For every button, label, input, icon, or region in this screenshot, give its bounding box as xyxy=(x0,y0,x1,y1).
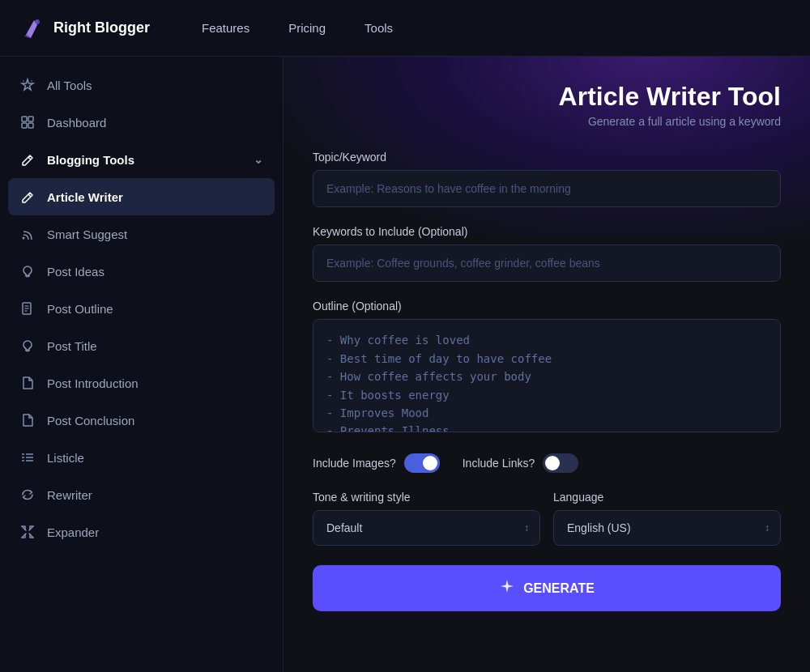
brand-logo-icon xyxy=(19,15,45,41)
generate-sparkle-icon xyxy=(499,578,515,598)
outline-label: Outline (Optional) xyxy=(313,300,781,313)
generate-button[interactable]: GENERATE xyxy=(313,565,781,611)
edit-icon xyxy=(19,151,36,168)
sidebar-item-post-ideas-label: Post Ideas xyxy=(47,265,104,279)
brand-name: Right Blogger xyxy=(53,19,150,36)
sidebar-item-post-introduction-label: Post Introduction xyxy=(47,376,139,390)
generate-label: GENERATE xyxy=(523,581,595,596)
sidebar-item-post-outline[interactable]: Post Outline xyxy=(0,290,283,327)
nav-pricing[interactable]: Pricing xyxy=(285,16,329,40)
svg-rect-6 xyxy=(28,123,33,128)
sidebar-item-post-title[interactable]: Post Title xyxy=(0,327,283,364)
list-icon xyxy=(19,449,36,466)
outline-group: Outline (Optional) - Why coffee is loved… xyxy=(313,300,781,436)
sidebar-item-listicle-label: Listicle xyxy=(47,451,84,465)
content-inner: Article Writer Tool Generate a full arti… xyxy=(284,57,810,672)
sidebar-item-expander[interactable]: Expander xyxy=(0,513,283,551)
file-icon xyxy=(19,375,36,391)
sidebar-item-post-outline-label: Post Outline xyxy=(47,302,113,316)
post-title-bulb-icon xyxy=(19,338,36,354)
page-title-section: Article Writer Tool Generate a full arti… xyxy=(313,81,781,128)
sidebar-item-blogging-tools[interactable]: Blogging Tools ⌄ xyxy=(0,141,283,178)
sidebar-item-smart-suggest[interactable]: Smart Suggest xyxy=(0,215,283,253)
tone-language-row: Tone & writing style Default Professiona… xyxy=(313,491,781,546)
include-links-group: Include Links? xyxy=(463,453,579,473)
document-icon xyxy=(19,300,36,317)
sidebar-item-dashboard[interactable]: Dashboard xyxy=(0,104,283,141)
language-group: Language English (US) English (UK) Spani… xyxy=(553,491,781,546)
chevron-down-icon: ⌄ xyxy=(254,153,263,166)
svg-point-2 xyxy=(23,80,24,82)
rss-icon xyxy=(19,226,36,242)
svg-point-1 xyxy=(31,80,32,82)
keywords-group: Keywords to Include (Optional) xyxy=(313,225,781,282)
sparkles-icon xyxy=(19,77,36,93)
brand[interactable]: Right Blogger xyxy=(19,15,150,41)
page-title: Article Writer Tool xyxy=(313,81,781,112)
include-images-knob xyxy=(423,456,437,470)
include-links-toggle[interactable] xyxy=(543,453,578,473)
include-images-label: Include Images? xyxy=(313,457,396,470)
language-select-wrapper: English (US) English (UK) Spanish French… xyxy=(553,510,781,546)
tone-label: Tone & writing style xyxy=(313,491,540,504)
sidebar-item-post-conclusion-label: Post Conclusion xyxy=(47,414,134,427)
tone-group: Tone & writing style Default Professiona… xyxy=(313,491,540,546)
sidebar-item-article-writer-label: Article Writer xyxy=(47,190,123,204)
nav-features[interactable]: Features xyxy=(198,16,253,40)
sidebar-item-post-title-label: Post Title xyxy=(47,339,97,353)
language-label: Language xyxy=(553,491,781,504)
page-subtitle: Generate a full article using a keyword xyxy=(313,115,781,128)
topic-input[interactable] xyxy=(313,170,781,207)
sidebar-item-expander-label: Expander xyxy=(47,525,99,539)
rewrite-icon xyxy=(19,487,36,503)
include-links-knob xyxy=(545,456,560,470)
sidebar-item-article-writer[interactable]: Article Writer xyxy=(8,178,275,215)
grid-icon xyxy=(19,114,36,130)
tone-select[interactable]: Default Professional Casual Academic Cre… xyxy=(313,510,540,546)
svg-point-0 xyxy=(35,19,40,24)
include-images-toggle[interactable] xyxy=(404,453,440,473)
sidebar-item-rewriter-label: Rewriter xyxy=(47,488,92,502)
sidebar: All Tools Dashboard Blogging Tools xyxy=(0,57,284,672)
language-select[interactable]: English (US) English (UK) Spanish French… xyxy=(553,510,781,546)
bulb-icon xyxy=(19,263,36,279)
keywords-label: Keywords to Include (Optional) xyxy=(313,225,781,238)
sidebar-item-dashboard-label: Dashboard xyxy=(47,116,106,130)
sidebar-item-listicle[interactable]: Listicle xyxy=(0,439,283,476)
top-nav: Right Blogger Features Pricing Tools xyxy=(0,0,810,57)
keywords-input[interactable] xyxy=(313,245,781,282)
topic-group: Topic/Keyword xyxy=(313,151,781,207)
include-images-group: Include Images? xyxy=(313,453,440,473)
tone-select-wrapper: Default Professional Casual Academic Cre… xyxy=(313,510,540,546)
sidebar-item-all-tools[interactable]: All Tools xyxy=(0,66,283,104)
sidebar-item-smart-suggest-label: Smart Suggest xyxy=(47,228,127,241)
nav-tools[interactable]: Tools xyxy=(361,16,396,40)
svg-rect-4 xyxy=(28,117,33,121)
file2-icon xyxy=(19,412,36,428)
content-area: Article Writer Tool Generate a full arti… xyxy=(284,57,810,672)
outline-textarea[interactable]: - Why coffee is loved - Best time of day… xyxy=(313,319,781,432)
sidebar-item-blogging-tools-label: Blogging Tools xyxy=(47,153,134,167)
expand-icon xyxy=(19,524,36,540)
sidebar-item-post-introduction[interactable]: Post Introduction xyxy=(0,364,283,402)
include-links-label: Include Links? xyxy=(463,457,535,470)
topic-label: Topic/Keyword xyxy=(313,151,781,164)
sidebar-item-rewriter[interactable]: Rewriter xyxy=(0,476,283,513)
sidebar-item-post-ideas[interactable]: Post Ideas xyxy=(0,253,283,290)
article-edit-icon xyxy=(19,189,36,205)
sidebar-item-post-conclusion[interactable]: Post Conclusion xyxy=(0,402,283,439)
svg-rect-5 xyxy=(22,123,27,128)
main-layout: All Tools Dashboard Blogging Tools xyxy=(0,57,810,672)
svg-point-7 xyxy=(23,237,25,240)
svg-rect-3 xyxy=(22,117,27,121)
toggles-row: Include Images? Include Links? xyxy=(313,453,781,473)
sidebar-item-all-tools-label: All Tools xyxy=(47,79,92,92)
